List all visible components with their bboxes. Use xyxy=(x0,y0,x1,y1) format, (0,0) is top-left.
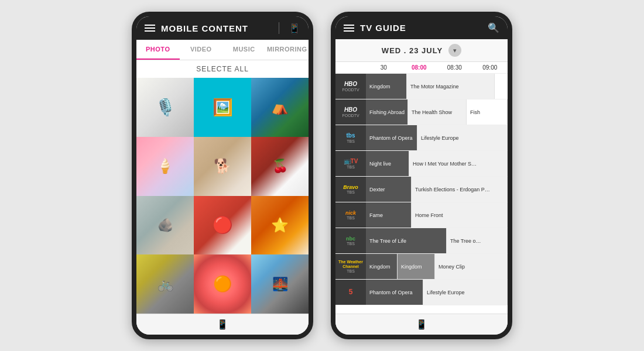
time-label-30: 30 xyxy=(366,62,402,73)
program-fishing[interactable]: Fishing Abroad xyxy=(366,99,408,125)
guide-row-1: HBO FOODTV Kingdom The Motor Magazine xyxy=(335,74,508,99)
photo-cell-4[interactable]: 🍦 xyxy=(136,137,194,196)
header-divider xyxy=(279,22,279,34)
selected-checkmark-icon: 🖼️ xyxy=(213,98,233,117)
photo-cell-7[interactable]: 🪨 xyxy=(136,196,194,255)
tab-mirroring[interactable]: MIRRORING xyxy=(266,40,309,60)
program-phantom-2[interactable]: Phantom of Opera xyxy=(366,280,423,305)
program-how-met[interactable]: How I Met Your Mother S… xyxy=(409,151,508,176)
tab-music[interactable]: MUSIC xyxy=(222,40,266,60)
programs-row-9: Phantom of Opera Lifestyle Europe xyxy=(366,280,508,305)
channel-col-header xyxy=(335,62,366,73)
program-money-clip[interactable]: Money Clip xyxy=(435,254,508,279)
guide-row-2: HBO FOODTV Fishing Abroad The Health Sho… xyxy=(335,99,508,125)
photo-grid: 🎙️ 🖼️ ⛺ 🍦 🐕 🍒 🪨 🔴 ⭐ 🚲 🟠 🌉 xyxy=(136,78,309,314)
program-kingdom-w1[interactable]: Kingdom xyxy=(366,254,398,279)
guide-row-6: nick TBS Fame Home Front xyxy=(335,202,508,228)
programs-row-4: Night live How I Met Your Mother S… xyxy=(366,151,508,176)
nbc-logo: nbc xyxy=(346,236,355,242)
channel-tv-tbs: 📺TV TBS xyxy=(335,151,366,176)
date-dropdown-button[interactable]: ▾ xyxy=(448,44,461,57)
weather-sub: TBS xyxy=(347,269,355,273)
program-motor-magazine[interactable]: The Motor Magazine xyxy=(407,74,495,99)
guide-row-4: 📺TV TBS Night live How I Met Your Mother… xyxy=(335,151,508,177)
program-kingdom-1[interactable]: Kingdom xyxy=(366,74,407,99)
program-tree-o[interactable]: The Tree o… xyxy=(447,228,508,253)
photo-cell-2[interactable]: 🖼️ xyxy=(194,78,251,137)
nbc-sub: TBS xyxy=(347,242,355,246)
tv-device-icon: 📱 xyxy=(416,319,427,330)
photo-cell-10[interactable]: 🚲 xyxy=(136,254,194,314)
programs-row-7: The Tree of Life The Tree o… xyxy=(366,228,508,253)
program-tree-life[interactable]: The Tree of Life xyxy=(366,228,447,253)
hbo-logo-1: HBO xyxy=(344,81,357,88)
weather-logo: The Weather Channel xyxy=(337,260,365,270)
program-fame[interactable]: Fame xyxy=(366,202,412,228)
tbs-sub-1: TBS xyxy=(347,139,355,143)
photo-cell-1[interactable]: 🎙️ xyxy=(136,78,194,137)
channel-nick: nick TBS xyxy=(335,202,366,228)
time-label-0900: 09:00 xyxy=(472,62,508,73)
mobile-header: MOBILE CONTENT 📱 xyxy=(136,16,309,40)
tab-video[interactable]: VIDEO xyxy=(180,40,223,60)
channel-bravo: Bravo TBS xyxy=(335,177,366,202)
programs-row-5: Dexter Turkish Elections - Erdogan P… xyxy=(366,177,508,202)
tv-hamburger-icon[interactable] xyxy=(344,25,354,32)
time-label-0830: 08:30 xyxy=(437,62,472,73)
mobile-phone-frame: MOBILE CONTENT 📱 PHOTO VIDEO MUSIC MIRRO… xyxy=(132,12,313,339)
ch5-logo: 5 xyxy=(349,288,353,296)
guide-row-3: tbs TBS Phantom of Opera Lifestyle Europ… xyxy=(335,125,508,151)
cast-icon[interactable]: 📱 xyxy=(289,23,300,34)
programs-row-8: Kingdom Kingdom Money Clip xyxy=(366,254,508,279)
photo-cell-11[interactable]: 🟠 xyxy=(194,254,251,314)
tbs-logo-1: tbs xyxy=(347,132,355,139)
main-container: MOBILE CONTENT 📱 PHOTO VIDEO MUSIC MIRRO… xyxy=(132,12,512,339)
program-kingdom-w2[interactable]: Kingdom xyxy=(398,254,435,279)
photo-cell-9[interactable]: ⭐ xyxy=(251,196,309,255)
nick-sub: TBS xyxy=(347,216,355,220)
mobile-bottom-bar: 📱 xyxy=(136,314,309,335)
photo-cell-3[interactable]: ⛺ xyxy=(251,78,309,137)
mobile-title: MOBILE CONTENT xyxy=(161,23,269,33)
tv-logo: 📺TV xyxy=(344,158,358,165)
guide-scroll[interactable]: HBO FOODTV Kingdom The Motor Magazine HB… xyxy=(335,74,508,314)
tv-title: TV GUIDE xyxy=(360,23,482,33)
photo-cell-8[interactable]: 🔴 xyxy=(194,196,251,255)
program-night-live[interactable]: Night live xyxy=(366,151,409,176)
program-health-show[interactable]: The Health Show xyxy=(408,99,467,125)
nick-logo: nick xyxy=(345,210,356,216)
time-label-0800: 08:00 xyxy=(402,62,437,73)
channel-weather: The Weather Channel TBS xyxy=(335,254,366,279)
guide-row-5: Bravo TBS Dexter Turkish Elections - Erd… xyxy=(335,177,508,202)
search-icon[interactable]: 🔍 xyxy=(488,22,499,33)
tv-header: TV GUIDE 🔍 xyxy=(335,16,508,39)
program-lifestyle-1[interactable]: Lifestyle Europe xyxy=(417,125,508,150)
tv-sub: TBS xyxy=(347,165,355,169)
program-fish[interactable]: Fish xyxy=(467,99,508,125)
photo-cell-6[interactable]: 🍒 xyxy=(251,137,309,196)
photo-cell-5[interactable]: 🐕 xyxy=(194,137,251,196)
mobile-device-icon: 📱 xyxy=(217,319,228,330)
tv-phone-frame: TV GUIDE 🔍 WED . 23 JULY ▾ 30 08:00 08:3… xyxy=(331,12,512,339)
programs-row-3: Phantom of Opera Lifestyle Europe xyxy=(366,125,508,150)
program-home-front[interactable]: Home Front xyxy=(412,202,508,228)
program-dexter[interactable]: Dexter xyxy=(366,177,412,202)
date-bar: WED . 23 JULY ▾ xyxy=(335,39,508,62)
program-lifestyle-2[interactable]: Lifestyle Europe xyxy=(423,280,508,305)
guide-row-7: nbc TBS The Tree of Life The Tree o… xyxy=(335,228,508,254)
tab-photo[interactable]: PHOTO xyxy=(136,40,180,60)
time-row: 30 08:00 08:30 09:00 xyxy=(335,62,508,74)
bravo-logo: Bravo xyxy=(343,184,358,191)
select-all-bar[interactable]: SELECTE ALL xyxy=(136,60,309,78)
photo-cell-12[interactable]: 🌉 xyxy=(251,254,309,314)
program-phantom-1[interactable]: Phantom of Opera xyxy=(366,125,417,150)
channel-hbo-2: HBO FOODTV xyxy=(335,99,366,125)
bravo-sub: TBS xyxy=(347,190,355,194)
hamburger-icon[interactable] xyxy=(145,25,155,32)
tv-bottom-bar: 📱 xyxy=(335,314,508,335)
date-label: WED . 23 JULY xyxy=(382,46,443,55)
programs-row-6: Fame Home Front xyxy=(366,202,508,228)
hbo-sub-2: FOODTV xyxy=(342,113,359,118)
program-turkish[interactable]: Turkish Elections - Erdogan P… xyxy=(412,177,508,202)
channel-tbs-1: tbs TBS xyxy=(335,125,366,150)
